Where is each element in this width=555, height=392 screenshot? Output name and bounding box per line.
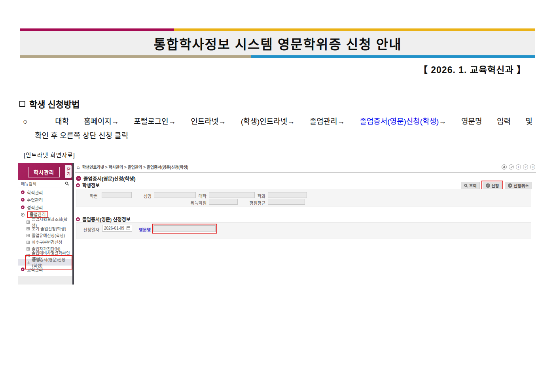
user-icon[interactable]: [502, 164, 507, 170]
sidebar-item[interactable]: 수업관리: [18, 196, 72, 204]
section-heading: 학생 신청방법: [19, 97, 80, 110]
sidebar-subitem[interactable]: 졸업유예신청(학생): [18, 232, 72, 239]
intranet-screenshot: 학사관리 닫기 메뉴검색 학적관리 수업관리 성적관리 졸업관리 졸업시험결과조…: [18, 163, 536, 286]
sidebar-subitem[interactable]: 졸업시험결과조회(학생): [18, 219, 72, 225]
title-banner: 통합학사정보 시스템 영문학위증 신청 안내: [20, 28, 535, 58]
page-grid-icon: [27, 241, 30, 244]
menu-bullet-icon: [21, 205, 25, 209]
sidebar-title: 학사관리: [28, 167, 60, 177]
sidebar-item-label: 수업관리: [27, 197, 43, 203]
document-page: 통합학사정보 시스템 영문학위증 신청 안내 【 2026. 1. 교육혁신과 …: [0, 0, 555, 392]
menu-bullet-icon: [21, 190, 25, 194]
sidebar-item-label: 조기 졸업신청(학생): [32, 226, 66, 232]
check-circle-icon: ✓: [486, 183, 490, 188]
name-field[interactable]: [154, 192, 196, 198]
english-name-label: 영문명: [139, 226, 152, 233]
circle-bullet-icon: ○: [23, 117, 40, 126]
sidebar-subitem[interactable]: 이수구분변경신청: [18, 239, 72, 245]
menu-bullet-icon: [21, 268, 25, 271]
page-grid-icon: [27, 227, 30, 230]
sidebar-item-label: 성적관리: [27, 204, 43, 211]
sidebar-menu: 학적관리 수업관리 성적관리 졸업관리 졸업시험결과조회(학생) 조기 졸업신청…: [18, 188, 72, 273]
document-title: 통합학사정보 시스템 영문학위증 신청 안내: [153, 34, 402, 53]
page-title: 졸업증서(영문)신청(학생): [83, 175, 136, 182]
x-circle-icon: ×: [508, 183, 512, 188]
gpa-label: 평점평균: [246, 200, 265, 206]
sidebar-item-label: 졸업유예신청(학생): [32, 232, 65, 238]
screenshot-caption: [인트라넷 화면자료]: [24, 151, 75, 159]
main-content: ⌂ 학생인트라넷 > 학사관리 > 졸업관리 > 졸업증서(영문)신청(학생) …: [75, 163, 536, 286]
student-id-field[interactable]: [102, 192, 132, 198]
instruction-line-1: ○ 대학 홈페이지→ 포털로그인→ 인트라넷→ (학생)인트라넷→ 졸업관리→ …: [23, 115, 532, 129]
divider: [75, 172, 536, 173]
section-circle-icon: [76, 217, 80, 221]
sidebar-subitem[interactable]: 조기 졸업신청(학생): [18, 225, 72, 232]
close-icon[interactable]: ×: [530, 164, 535, 170]
name-label: 성명: [136, 193, 152, 199]
page-grid-icon: [27, 234, 30, 237]
credits-label: 취득학점: [187, 200, 206, 206]
instruction-text: ○ 대학 홈페이지→ 포털로그인→ 인트라넷→ (학생)인트라넷→ 졸업관리→ …: [23, 115, 532, 143]
arrow-circle-icon: >: [76, 176, 81, 181]
search-icon: [65, 181, 69, 186]
menu-search-label: 메뉴검색: [21, 181, 36, 187]
sidebar-item[interactable]: 학적관리: [18, 188, 72, 196]
path-text: 대학 홈페이지→ 포털로그인→ 인트라넷→ (학생)인트라넷→ 졸업관리→: [55, 117, 360, 126]
info-icon[interactable]: i: [516, 164, 521, 170]
section-heading-label: 학생 신청방법: [29, 97, 80, 110]
department-field[interactable]: [268, 192, 307, 198]
sidebar-header: 학사관리 닫기: [18, 163, 72, 180]
menu-path-link: 졸업증서(영문)신청(학생): [360, 117, 439, 126]
application-date-field[interactable]: 2026-01-09: [102, 225, 132, 232]
application-date-label: 신청일자: [83, 226, 99, 233]
english-name-field[interactable]: [153, 225, 216, 232]
page-title-row: > 졸업증서(영문)신청(학생): [76, 175, 136, 182]
highlight-annotation: [152, 224, 217, 234]
section-circle-icon: [76, 183, 80, 187]
breadcrumb-text: 학생인트라넷 > 학사관리 > 졸업관리 > 졸업증서(영문)신청(학생): [82, 164, 188, 170]
apply-button[interactable]: ✓ 신청: [483, 182, 502, 189]
instruction-line-2: 확인 후 오른쪽 상단 신청 클릭: [23, 129, 532, 143]
date-department-label: 【 2026. 1. 교육혁신과 】: [419, 62, 526, 76]
sidebar-item-label: 교직관리: [27, 266, 43, 273]
student-info-panel: 학번 성명 대학 학과 취득학점 평점평균: [76, 189, 531, 207]
menu-expanded-icon: [21, 213, 25, 217]
student-id-label: 학번: [83, 193, 98, 199]
sidebar-item-label: 이수구분변경신청: [32, 239, 62, 245]
menu-bullet-icon: [21, 198, 25, 202]
square-bullet-icon: [19, 101, 25, 107]
cancel-apply-button[interactable]: × 신청취소: [505, 182, 532, 189]
banner-bottom-bar: [20, 55, 535, 58]
sidebar-subitem-english-certificate[interactable]: 졸업증서(영문)신청(학생): [18, 259, 72, 266]
gpa-field[interactable]: [268, 199, 305, 205]
home-icon[interactable]: ⌂: [77, 165, 80, 169]
department-label: 학과: [247, 193, 265, 199]
application-info-panel: 신청일자 2026-01-09 영문명: [76, 222, 531, 239]
page-grid-icon: [27, 220, 30, 224]
credits-field[interactable]: [209, 199, 238, 205]
path-text-suffix: → 영문명 입력 및: [439, 117, 532, 126]
magnifier-icon: [464, 184, 468, 188]
help-icon[interactable]: ?: [523, 164, 528, 170]
page-grid-icon: [27, 247, 30, 251]
calendar-icon[interactable]: [127, 226, 130, 230]
sidebar-item-label: 학적관리: [27, 189, 43, 196]
sidebar-close-button[interactable]: 닫기: [65, 165, 72, 178]
application-info-heading: 졸업증서(영문) 신청정보: [76, 216, 131, 222]
sidebar: 학사관리 닫기 메뉴검색 학적관리 수업관리 성적관리 졸업관리 졸업시험결과조…: [18, 163, 74, 285]
search-button[interactable]: 조회: [461, 182, 480, 189]
college-label: 대학: [193, 193, 206, 199]
menu-search[interactable]: 메뉴검색: [18, 180, 72, 187]
breadcrumb: ⌂ 학생인트라넷 > 학사관리 > 졸업관리 > 졸업증서(영문)신청(학생): [77, 164, 188, 170]
sidebar-footer: [18, 276, 72, 285]
system-icon-row: i ? ×: [502, 164, 535, 170]
banner-top-bar: [20, 28, 535, 31]
sidebar-item[interactable]: 성적관리: [18, 204, 72, 211]
edit-icon[interactable]: [509, 164, 514, 170]
page-grid-icon: [27, 261, 30, 264]
student-info-heading: 학생정보: [76, 182, 100, 188]
